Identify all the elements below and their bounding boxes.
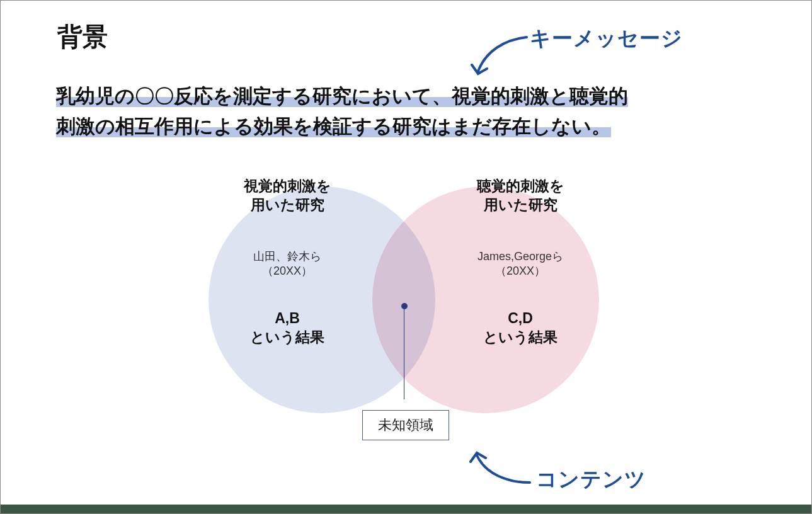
key-message-block: 乳幼児の〇〇反応を測定する研究において、視覚的刺激と聴覚的 刺激の相互作用による…	[56, 81, 756, 142]
venn-diagram: 視覚的刺激を用いた研究 聴覚的刺激を用いた研究 山田、鈴木ら（20XX） Jam…	[183, 161, 637, 432]
venn-right-result: C,Dという結果	[457, 309, 583, 347]
key-message-line2: 刺激の相互作用による効果を検証する研究はまだ存在しない。	[56, 115, 611, 137]
key-message-line1: 乳幼児の〇〇反応を測定する研究において、視覚的刺激と聴覚的	[56, 85, 628, 107]
venn-center-dot-icon	[401, 303, 408, 309]
venn-right-title: 聴覚的刺激を用いた研究	[442, 177, 599, 215]
slide-title: 背景	[57, 20, 108, 54]
venn-center-label: 未知領域	[362, 410, 449, 440]
slide-frame: 背景 キーメッセージ 乳幼児の〇〇反応を測定する研究において、視覚的刺激と聴覚的…	[0, 0, 812, 514]
venn-left-result: A,Bという結果	[224, 309, 350, 347]
venn-left-title: 視覚的刺激を用いた研究	[209, 177, 366, 215]
annotation-key-message: キーメッセージ	[530, 25, 683, 53]
venn-center-line	[404, 308, 404, 399]
arrow-top-icon	[467, 32, 536, 83]
arrow-bottom-icon	[467, 448, 536, 492]
footer-bar	[1, 505, 811, 513]
annotation-contents: コンテンツ	[536, 465, 646, 494]
venn-left-citation: 山田、鈴木ら（20XX）	[218, 249, 357, 278]
venn-circle-right	[372, 186, 599, 413]
venn-right-citation: James,Georgeら（20XX）	[451, 249, 590, 278]
